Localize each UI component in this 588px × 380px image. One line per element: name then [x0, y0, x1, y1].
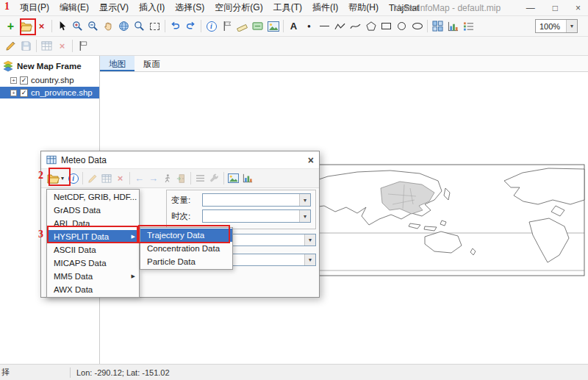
chart-icon[interactable]: [240, 171, 254, 186]
curve-tool-icon[interactable]: [348, 18, 363, 35]
expand-icon[interactable]: +: [10, 77, 17, 84]
draw-icon[interactable]: [85, 171, 99, 186]
point-tool-icon[interactable]: ●: [301, 18, 317, 35]
flag-icon[interactable]: [219, 18, 234, 35]
layer-name[interactable]: country.shp: [31, 76, 74, 85]
menu-help[interactable]: 帮助(H): [343, 0, 384, 15]
table-icon[interactable]: [39, 38, 54, 54]
tab-map[interactable]: 地图: [100, 56, 135, 71]
submenu-item-trajectory[interactable]: Trajectory Data: [140, 229, 232, 242]
open-data-dropdown-button[interactable]: ▾: [45, 173, 66, 184]
rectangle-tool-icon[interactable]: [379, 18, 394, 35]
chevron-down-icon[interactable]: ▾: [299, 194, 310, 206]
chevron-down-icon[interactable]: ▾: [304, 254, 315, 265]
menu-project[interactable]: 项目(P): [15, 0, 54, 15]
time-combo[interactable]: ▾: [202, 209, 311, 223]
settings-wrench-icon[interactable]: [207, 171, 221, 186]
menu-item-mm5[interactable]: MM5 Data▶: [47, 270, 139, 283]
submenu-item-particle[interactable]: Particle Data: [140, 255, 232, 268]
submenu-item-concentration[interactable]: Concentration Data: [140, 242, 232, 255]
dialog-close-button[interactable]: ×: [308, 154, 314, 166]
label-icon[interactable]: [250, 18, 265, 35]
menu-edit[interactable]: 编辑(E): [54, 0, 94, 15]
zoom-window-icon[interactable]: [132, 18, 147, 35]
menu-view[interactable]: 显示(V): [94, 0, 134, 15]
new-project-icon[interactable]: +: [3, 18, 18, 35]
polygon-tool-icon[interactable]: [363, 18, 379, 35]
maximize-button[interactable]: □: [553, 3, 558, 13]
undo-icon[interactable]: [168, 18, 183, 35]
info-icon[interactable]: i: [66, 171, 80, 186]
toolbar-separator: [190, 172, 191, 184]
chevron-down-icon[interactable]: ▾: [566, 20, 577, 32]
text-tool-icon[interactable]: A: [286, 18, 301, 35]
flag-tool-icon[interactable]: [75, 38, 90, 54]
image-icon[interactable]: [226, 171, 240, 186]
menu-insert[interactable]: 插入(I): [134, 0, 170, 15]
save-icon[interactable]: [18, 38, 34, 54]
pan-hand-icon[interactable]: [101, 18, 116, 35]
map-frame-item[interactable]: New Map Frame: [0, 59, 99, 74]
close-button[interactable]: ×: [576, 3, 581, 13]
chevron-down-icon[interactable]: ▾: [299, 210, 310, 222]
animate-runner-icon[interactable]: [160, 171, 174, 186]
zoom-out-icon[interactable]: [85, 18, 101, 35]
list-icon[interactable]: [193, 171, 207, 186]
layer-item-country[interactable]: + ✓ country.shp: [0, 74, 99, 86]
close-file-icon[interactable]: ×: [34, 18, 49, 35]
toolbar-separator: [201, 20, 201, 32]
image-icon[interactable]: [265, 18, 281, 35]
full-extent-globe-icon[interactable]: [116, 18, 132, 35]
menu-item-netcdf[interactable]: NetCDF, GRIB, HDF...: [47, 190, 139, 204]
tab-layout[interactable]: 版面: [135, 56, 169, 71]
layer-item-cn-province[interactable]: + ✓ cn_province.shp: [0, 87, 99, 98]
menu-selection[interactable]: 选择(S): [170, 0, 209, 15]
open-file-icon[interactable]: [18, 18, 34, 35]
menu-item-ascii[interactable]: ASCII Data: [47, 243, 139, 257]
zoom-level-combo[interactable]: 100% ▾: [535, 19, 578, 33]
redo-icon[interactable]: [183, 18, 198, 35]
edit-pencil-icon[interactable]: [3, 38, 18, 54]
menu-item-awx[interactable]: AWX Data: [47, 283, 139, 296]
line-tool-icon[interactable]: [317, 18, 332, 35]
circle-tool-icon[interactable]: [394, 18, 409, 35]
variable-combo[interactable]: ▾: [202, 193, 311, 207]
menu-item-micaps[interactable]: MICAPS Data: [47, 257, 139, 270]
layer-checkbox[interactable]: ✓: [20, 76, 28, 85]
minimize-button[interactable]: —: [526, 3, 535, 13]
measure-ruler-icon[interactable]: [234, 18, 250, 35]
select-cursor-icon[interactable]: [54, 18, 70, 35]
polyline-tool-icon[interactable]: [332, 18, 348, 35]
info-icon[interactable]: i: [204, 18, 219, 35]
menu-tools[interactable]: 工具(T): [268, 0, 307, 15]
map-frame-icon: [3, 60, 13, 72]
dialog-title: Meteo Data: [61, 155, 107, 165]
ellipse-tool-icon[interactable]: [409, 18, 425, 35]
expand-icon[interactable]: +: [10, 90, 17, 96]
zoom-in-icon[interactable]: [70, 18, 85, 35]
select-rectangle-icon[interactable]: [147, 18, 162, 35]
toolbar-separator: [129, 172, 130, 184]
layer-name[interactable]: cn_province.shp: [31, 88, 93, 97]
menu-plugins[interactable]: 插件(I): [307, 0, 343, 15]
status-tool-text: 择: [0, 367, 70, 378]
dialog-titlebar[interactable]: Meteo Data ×: [41, 151, 319, 169]
layer-checkbox[interactable]: ✓: [20, 89, 28, 97]
menubar: 项目(P) 编辑(E) 显示(V) 插入(I) 选择(S) 空间分析(G) 工具…: [0, 0, 588, 16]
menu-item-arl[interactable]: ARL Data: [47, 217, 139, 230]
chart-icon[interactable]: [445, 18, 461, 35]
chevron-down-icon[interactable]: ▾: [304, 234, 315, 245]
menu-item-grads[interactable]: GrADS Data: [47, 204, 139, 217]
layers-grid-icon[interactable]: [430, 18, 445, 35]
hysplit-submenu: Trajectory Data Concentration Data Parti…: [140, 227, 233, 270]
delete-icon[interactable]: ×: [113, 171, 127, 186]
table-icon[interactable]: [99, 171, 113, 186]
menu-spatial-analysis[interactable]: 空间分析(G): [209, 0, 268, 15]
data-format-menu: NetCDF, GRIB, HDF... GrADS Data ARL Data…: [46, 189, 140, 298]
next-icon[interactable]: →: [146, 171, 160, 186]
legend-icon[interactable]: [461, 18, 476, 35]
menu-item-hysplit[interactable]: HYSPLIT Data▶: [47, 230, 139, 243]
exit-door-icon[interactable]: [174, 171, 188, 186]
previous-icon[interactable]: ←: [132, 171, 146, 186]
delete-icon[interactable]: ×: [54, 38, 70, 54]
